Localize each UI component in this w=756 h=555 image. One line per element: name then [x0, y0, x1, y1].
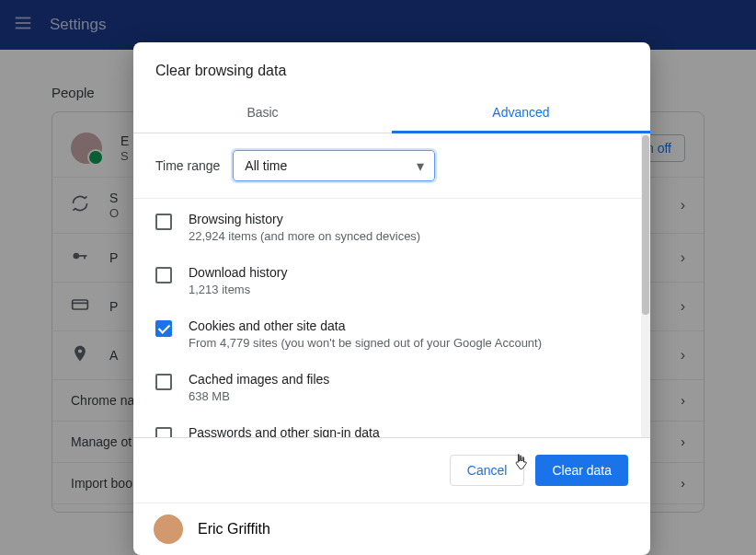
time-range-select[interactable]: All time ▾ — [233, 150, 435, 181]
caret-down-icon: ▾ — [417, 157, 424, 175]
scrollbar[interactable] — [641, 133, 650, 437]
dialog-footer: Cancel Clear data — [133, 437, 650, 503]
checkbox-browsing-history[interactable] — [155, 214, 172, 230]
cancel-button[interactable]: Cancel — [450, 455, 525, 486]
scrollbar-thumb[interactable] — [642, 135, 649, 315]
option-cookies[interactable]: Cookies and other site data From 4,779 s… — [133, 306, 650, 359]
clear-data-button[interactable]: Clear data — [535, 455, 628, 486]
clear-browsing-data-dialog: Clear browsing data Basic Advanced Time … — [133, 42, 650, 555]
option-download-history[interactable]: Download history 1,213 items — [133, 252, 650, 306]
time-range-label: Time range — [155, 158, 220, 173]
checkbox-cache[interactable] — [155, 374, 172, 390]
time-range-value[interactable]: All time — [233, 150, 435, 181]
profile-footer: Eric Griffith — [133, 503, 650, 555]
checkbox-passwords[interactable] — [155, 427, 172, 437]
option-browsing-history[interactable]: Browsing history 22,924 items (and more … — [133, 199, 650, 252]
tab-advanced[interactable]: Advanced — [392, 96, 650, 133]
footer-avatar — [154, 515, 183, 544]
dialog-body: Time range All time ▾ Browsing history 2… — [133, 133, 650, 437]
option-cache[interactable]: Cached images and files 638 MB — [133, 359, 650, 412]
tab-basic[interactable]: Basic — [133, 96, 392, 133]
dialog-tabs: Basic Advanced — [133, 96, 650, 133]
time-range-row: Time range All time ▾ — [133, 133, 650, 199]
checkbox-cookies[interactable] — [155, 320, 172, 337]
checkbox-download-history[interactable] — [155, 267, 172, 283]
dialog-title: Clear browsing data — [133, 42, 650, 96]
footer-name: Eric Griffith — [198, 521, 270, 538]
option-passwords[interactable]: Passwords and other sign-in data 430 pas… — [133, 412, 650, 437]
